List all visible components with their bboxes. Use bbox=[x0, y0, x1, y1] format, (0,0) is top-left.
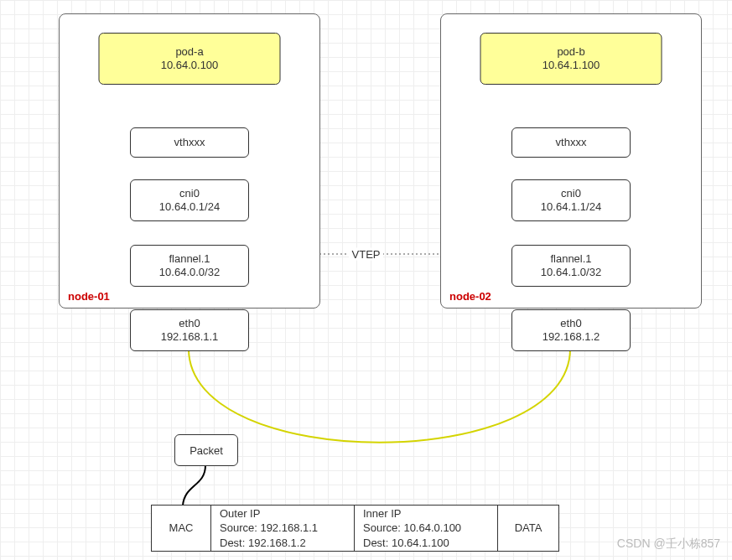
cni0-left: cni0 10.64.0.1/24 bbox=[130, 179, 249, 221]
flannel-left: flannel.1 10.64.0.0/32 bbox=[130, 245, 249, 287]
cni-cidr: 10.64.1.1/24 bbox=[541, 200, 601, 214]
data-cell: DATA bbox=[498, 506, 558, 551]
flannel-cidr: 10.64.1.0/32 bbox=[541, 266, 601, 279]
outer-ip-title: Outer IP bbox=[220, 506, 345, 521]
eth0-left: eth0 192.168.1.1 bbox=[130, 309, 249, 351]
veth-left: vthxxx bbox=[130, 127, 249, 158]
outer-ip-dest: Dest: 192.168.1.2 bbox=[220, 536, 345, 551]
flannel-name: flannel.1 bbox=[169, 252, 210, 266]
pod-a-box: pod-a 10.64.0.100 bbox=[99, 33, 281, 85]
packet-label: Packet bbox=[189, 444, 223, 457]
inner-ip-title: Inner IP bbox=[363, 506, 489, 521]
eth-name: eth0 bbox=[560, 317, 581, 330]
cni-name: cni0 bbox=[561, 187, 581, 200]
eth-ip: 192.168.1.2 bbox=[543, 330, 600, 344]
pod-ip: 10.64.0.100 bbox=[161, 59, 219, 72]
data-label: DATA bbox=[515, 521, 543, 536]
pod-name: pod-b bbox=[557, 45, 584, 59]
packet-header-table: MAC Outer IP Source: 192.168.1.1 Dest: 1… bbox=[151, 505, 559, 552]
veth-name: vthxxx bbox=[556, 136, 587, 149]
node-label-right: node-02 bbox=[449, 290, 491, 303]
cni-cidr: 10.64.0.1/24 bbox=[159, 200, 220, 214]
mac-cell: MAC bbox=[152, 506, 211, 551]
outer-ip-cell: Outer IP Source: 192.168.1.1 Dest: 192.1… bbox=[211, 506, 355, 551]
eth0-right: eth0 192.168.1.2 bbox=[511, 309, 631, 351]
pod-ip: 10.64.1.100 bbox=[543, 59, 600, 72]
eth-name: eth0 bbox=[179, 317, 200, 330]
watermark: CSDN @壬小栋857 bbox=[617, 537, 720, 552]
flannel-name: flannel.1 bbox=[550, 252, 591, 266]
veth-name: vthxxx bbox=[174, 136, 205, 149]
veth-right: vthxxx bbox=[511, 127, 631, 158]
flannel-right: flannel.1 10.64.1.0/32 bbox=[511, 245, 631, 287]
node-box-left: pod-a 10.64.0.100 vthxxx cni0 10.64.0.1/… bbox=[59, 13, 320, 309]
inner-ip-cell: Inner IP Source: 10.64.0.100 Dest: 10.64… bbox=[355, 506, 498, 551]
pod-b-box: pod-b 10.64.1.100 bbox=[480, 33, 662, 85]
cni0-right: cni0 10.64.1.1/24 bbox=[511, 179, 631, 221]
outer-ip-source: Source: 192.168.1.1 bbox=[220, 521, 345, 536]
packet-box: Packet bbox=[174, 434, 238, 466]
vtep-label: VTEP bbox=[349, 248, 384, 261]
inner-ip-source: Source: 10.64.0.100 bbox=[363, 521, 489, 536]
pod-name: pod-a bbox=[175, 45, 203, 59]
node-box-right: pod-b 10.64.1.100 vthxxx cni0 10.64.1.1/… bbox=[440, 13, 702, 309]
eth-ip: 192.168.1.1 bbox=[161, 330, 219, 344]
cni-name: cni0 bbox=[179, 187, 200, 200]
mac-label: MAC bbox=[169, 521, 194, 536]
node-label-left: node-01 bbox=[68, 290, 110, 303]
flannel-cidr: 10.64.0.0/32 bbox=[159, 266, 220, 279]
inner-ip-dest: Dest: 10.64.1.100 bbox=[363, 536, 489, 551]
